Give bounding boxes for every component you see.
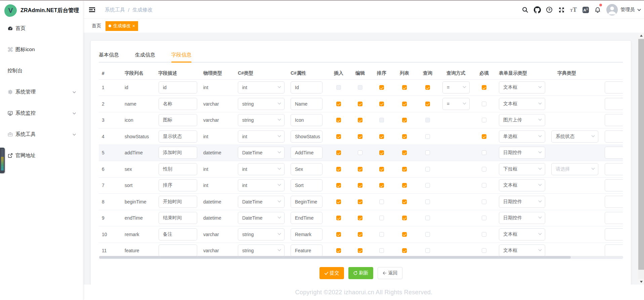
- checkbox-insert[interactable]: [336, 85, 341, 90]
- checkbox-sort[interactable]: [379, 216, 384, 220]
- select-display_type[interactable]: 文本框: [499, 81, 545, 93]
- checkbox-sort[interactable]: [379, 183, 384, 188]
- select-query_type[interactable]: =: [442, 98, 470, 110]
- github-icon[interactable]: [531, 1, 543, 19]
- checkbox-edit[interactable]: [358, 150, 362, 155]
- sidebar-item-4[interactable]: 系统管理: [0, 81, 83, 103]
- checkbox-edit[interactable]: [358, 85, 362, 90]
- select-cs_type[interactable]: string: [238, 114, 285, 126]
- sidebar-item-1[interactable]: 首页: [0, 18, 83, 39]
- checkbox-query[interactable]: [425, 134, 430, 139]
- select-cs_type[interactable]: int: [238, 163, 285, 175]
- sidebar-item-7[interactable]: 官网地址: [0, 145, 83, 166]
- checkbox-list[interactable]: [402, 183, 407, 188]
- checkbox-edit[interactable]: [358, 216, 362, 220]
- checkbox-required[interactable]: [482, 167, 486, 172]
- checkbox-insert[interactable]: [336, 118, 341, 122]
- submit-button[interactable]: 提交: [319, 267, 344, 279]
- input-cs_attr[interactable]: ShowStatus: [291, 130, 323, 143]
- input-cs_attr[interactable]: Icon: [291, 114, 323, 126]
- checkbox-edit[interactable]: [358, 118, 362, 122]
- checkbox-query[interactable]: [425, 102, 430, 106]
- input-col_desc[interactable]: 排序: [159, 179, 197, 191]
- checkbox-list[interactable]: [402, 118, 407, 122]
- input-col_desc[interactable]: 性别: [159, 163, 197, 175]
- select-cs_type[interactable]: DateTime: [238, 212, 285, 224]
- select-cs_type[interactable]: int: [238, 179, 285, 191]
- input-cs_attr[interactable]: Feature: [291, 245, 323, 257]
- input-col_desc[interactable]: 图标: [159, 114, 197, 126]
- checkbox-required[interactable]: [482, 150, 486, 155]
- select-display_type[interactable]: 日期控件: [499, 196, 545, 208]
- select-display_type[interactable]: 日期控件: [499, 147, 545, 159]
- select-cs_type[interactable]: int: [238, 130, 285, 143]
- checkbox-sort[interactable]: [379, 199, 384, 204]
- checkbox-edit[interactable]: [358, 167, 362, 172]
- checkbox-edit[interactable]: [358, 102, 362, 106]
- checkbox-insert[interactable]: [336, 167, 341, 172]
- checkbox-edit[interactable]: [358, 134, 362, 139]
- input-cs_attr[interactable]: Id: [291, 81, 323, 93]
- tab-2[interactable]: 生成信息: [135, 48, 155, 62]
- select-display_type[interactable]: 文本框: [499, 98, 545, 110]
- input-cs_attr[interactable]: AddTime: [291, 147, 323, 159]
- checkbox-query[interactable]: [425, 248, 430, 253]
- checkbox-insert[interactable]: [336, 134, 341, 139]
- checkbox-sort[interactable]: [379, 85, 384, 90]
- input-extra[interactable]: [605, 81, 623, 93]
- checkbox-required[interactable]: [482, 118, 486, 122]
- input-extra[interactable]: [605, 212, 623, 224]
- checkbox-insert[interactable]: [336, 199, 341, 204]
- input-extra[interactable]: [605, 179, 623, 191]
- input-col_desc[interactable]: 备注: [159, 228, 197, 240]
- input-extra[interactable]: [605, 130, 623, 143]
- checkbox-list[interactable]: [402, 232, 407, 237]
- back-button[interactable]: 返回: [378, 267, 402, 279]
- checkbox-sort[interactable]: [379, 118, 384, 122]
- input-cs_attr[interactable]: EndTime: [291, 212, 323, 224]
- checkbox-list[interactable]: [402, 248, 407, 253]
- select-display_type[interactable]: 图片上传: [499, 114, 545, 126]
- input-col_desc[interactable]: id: [159, 81, 197, 93]
- input-col_desc[interactable]: 名称: [159, 98, 197, 110]
- help-icon[interactable]: ?: [543, 1, 555, 19]
- select-dict_type[interactable]: 系统状态: [551, 130, 598, 143]
- tag-home[interactable]: 首页: [92, 23, 101, 29]
- checkbox-insert[interactable]: [336, 216, 341, 220]
- checkbox-query[interactable]: [425, 118, 430, 122]
- select-display_type[interactable]: 文本框: [499, 179, 545, 191]
- vertical-scrollbar-thumb[interactable]: [638, 39, 644, 270]
- checkbox-query[interactable]: [425, 199, 430, 204]
- checkbox-required[interactable]: [482, 232, 486, 237]
- checkbox-required[interactable]: [482, 102, 486, 106]
- checkbox-insert[interactable]: [336, 248, 341, 253]
- checkbox-list[interactable]: [402, 102, 407, 106]
- checkbox-list[interactable]: [402, 85, 407, 90]
- checkbox-insert[interactable]: [336, 232, 341, 237]
- checkbox-edit[interactable]: [358, 199, 362, 204]
- left-edge-widget[interactable]: [0, 148, 5, 173]
- input-cs_attr[interactable]: Name: [291, 98, 323, 110]
- checkbox-query[interactable]: [425, 150, 430, 155]
- checkbox-insert[interactable]: [336, 102, 341, 106]
- input-col_desc[interactable]: 添加时间: [159, 147, 197, 159]
- input-col_desc[interactable]: 结束时间: [159, 212, 197, 224]
- checkbox-sort[interactable]: [379, 248, 384, 253]
- checkbox-query[interactable]: [425, 183, 430, 188]
- checkbox-required[interactable]: [482, 134, 486, 139]
- checkbox-edit[interactable]: [358, 248, 362, 253]
- checkbox-sort[interactable]: [379, 102, 384, 106]
- checkbox-sort[interactable]: [379, 232, 384, 237]
- horizontal-scrollbar-thumb[interactable]: [99, 256, 571, 259]
- checkbox-list[interactable]: [402, 167, 407, 172]
- checkbox-insert[interactable]: [336, 150, 341, 155]
- input-extra[interactable]: [605, 147, 623, 159]
- select-cs_type[interactable]: DateTime: [238, 147, 285, 159]
- select-cs_type[interactable]: string: [238, 98, 285, 110]
- select-display_type[interactable]: 日期控件: [499, 212, 545, 224]
- checkbox-sort[interactable]: [379, 134, 384, 139]
- checkbox-list[interactable]: [402, 199, 407, 204]
- breadcrumb-item-parent[interactable]: 系统工具: [105, 7, 125, 13]
- input-extra[interactable]: [605, 245, 623, 257]
- checkbox-required[interactable]: [482, 85, 486, 90]
